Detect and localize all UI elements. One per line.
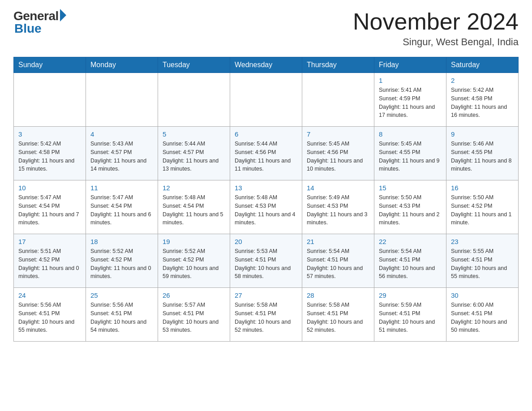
calendar-table: SundayMondayTuesdayWednesdayThursdayFrid… <box>13 57 519 342</box>
calendar-cell: 15Sunrise: 5:50 AM Sunset: 4:53 PM Dayli… <box>374 180 446 234</box>
day-number: 19 <box>163 238 225 245</box>
column-header-tuesday: Tuesday <box>158 57 230 73</box>
column-header-friday: Friday <box>374 57 446 73</box>
day-number: 21 <box>307 238 369 245</box>
day-info: Sunrise: 5:45 AM Sunset: 4:56 PM Dayligh… <box>307 140 369 173</box>
day-number: 11 <box>90 184 153 192</box>
calendar-cell: 27Sunrise: 5:58 AM Sunset: 4:51 PM Dayli… <box>230 288 302 342</box>
calendar-cell: 1Sunrise: 5:41 AM Sunset: 4:59 PM Daylig… <box>374 73 446 127</box>
day-info: Sunrise: 5:55 AM Sunset: 4:51 PM Dayligh… <box>451 247 514 281</box>
calendar-cell: 17Sunrise: 5:51 AM Sunset: 4:52 PM Dayli… <box>14 234 86 288</box>
day-number: 28 <box>307 291 369 299</box>
day-number: 23 <box>451 238 514 245</box>
day-info: Sunrise: 5:50 AM Sunset: 4:52 PM Dayligh… <box>451 193 514 227</box>
calendar-cell <box>158 73 230 127</box>
day-number: 3 <box>18 130 81 138</box>
day-info: Sunrise: 5:41 AM Sunset: 4:59 PM Dayligh… <box>379 86 442 120</box>
day-number: 4 <box>90 130 153 138</box>
day-number: 27 <box>235 291 297 299</box>
day-number: 12 <box>163 184 225 192</box>
page-header: General Blue November 2024 Singur, West … <box>13 9 519 48</box>
day-number: 22 <box>379 238 442 245</box>
calendar-cell: 23Sunrise: 5:55 AM Sunset: 4:51 PM Dayli… <box>446 234 519 288</box>
day-info: Sunrise: 5:42 AM Sunset: 4:58 PM Dayligh… <box>451 86 514 120</box>
calendar-cell: 28Sunrise: 5:58 AM Sunset: 4:51 PM Dayli… <box>302 288 374 342</box>
calendar-cell: 18Sunrise: 5:52 AM Sunset: 4:52 PM Dayli… <box>86 234 158 288</box>
day-number: 24 <box>18 291 81 299</box>
location-subtitle: Singur, West Bengal, India <box>353 36 519 48</box>
day-number: 18 <box>90 238 153 245</box>
calendar-cell: 3Sunrise: 5:42 AM Sunset: 4:58 PM Daylig… <box>14 127 86 180</box>
month-year-title: November 2024 <box>353 9 519 34</box>
day-number: 8 <box>379 130 442 138</box>
day-info: Sunrise: 5:53 AM Sunset: 4:51 PM Dayligh… <box>235 247 297 281</box>
calendar-cell: 12Sunrise: 5:48 AM Sunset: 4:54 PM Dayli… <box>158 180 230 234</box>
calendar-cell: 10Sunrise: 5:47 AM Sunset: 4:54 PM Dayli… <box>14 180 86 234</box>
logo: General Blue <box>13 9 66 36</box>
calendar-cell: 4Sunrise: 5:43 AM Sunset: 4:57 PM Daylig… <box>86 127 158 180</box>
calendar-cell: 26Sunrise: 5:57 AM Sunset: 4:51 PM Dayli… <box>158 288 230 342</box>
calendar-cell: 30Sunrise: 6:00 AM Sunset: 4:51 PM Dayli… <box>446 288 519 342</box>
day-info: Sunrise: 5:58 AM Sunset: 4:51 PM Dayligh… <box>235 301 297 334</box>
day-info: Sunrise: 5:44 AM Sunset: 4:56 PM Dayligh… <box>235 140 297 173</box>
day-number: 20 <box>235 238 297 245</box>
day-info: Sunrise: 5:56 AM Sunset: 4:51 PM Dayligh… <box>18 301 81 334</box>
column-header-sunday: Sunday <box>14 57 86 73</box>
day-number: 25 <box>90 291 153 299</box>
day-number: 7 <box>307 130 369 138</box>
calendar-cell: 22Sunrise: 5:54 AM Sunset: 4:51 PM Dayli… <box>374 234 446 288</box>
day-info: Sunrise: 5:46 AM Sunset: 4:55 PM Dayligh… <box>451 140 514 173</box>
day-number: 26 <box>163 291 225 299</box>
calendar-cell <box>14 73 86 127</box>
day-info: Sunrise: 5:54 AM Sunset: 4:51 PM Dayligh… <box>379 247 442 281</box>
calendar-cell: 11Sunrise: 5:47 AM Sunset: 4:54 PM Dayli… <box>86 180 158 234</box>
day-info: Sunrise: 5:42 AM Sunset: 4:58 PM Dayligh… <box>18 140 81 173</box>
calendar-cell <box>86 73 158 127</box>
calendar-cell: 14Sunrise: 5:49 AM Sunset: 4:53 PM Dayli… <box>302 180 374 234</box>
day-number: 29 <box>379 291 442 299</box>
calendar-cell: 25Sunrise: 5:56 AM Sunset: 4:51 PM Dayli… <box>86 288 158 342</box>
calendar-cell: 2Sunrise: 5:42 AM Sunset: 4:58 PM Daylig… <box>446 73 519 127</box>
day-number: 1 <box>379 77 442 84</box>
calendar-cell: 9Sunrise: 5:46 AM Sunset: 4:55 PM Daylig… <box>446 127 519 180</box>
calendar-cell: 16Sunrise: 5:50 AM Sunset: 4:52 PM Dayli… <box>446 180 519 234</box>
logo-blue-text: Blue <box>14 21 42 36</box>
day-info: Sunrise: 5:45 AM Sunset: 4:55 PM Dayligh… <box>379 140 442 173</box>
calendar-cell: 13Sunrise: 5:48 AM Sunset: 4:53 PM Dayli… <box>230 180 302 234</box>
column-header-saturday: Saturday <box>446 57 519 73</box>
day-number: 14 <box>307 184 369 192</box>
day-info: Sunrise: 5:47 AM Sunset: 4:54 PM Dayligh… <box>18 193 81 227</box>
day-info: Sunrise: 5:59 AM Sunset: 4:51 PM Dayligh… <box>379 301 442 334</box>
calendar-cell: 8Sunrise: 5:45 AM Sunset: 4:55 PM Daylig… <box>374 127 446 180</box>
calendar-cell: 20Sunrise: 5:53 AM Sunset: 4:51 PM Dayli… <box>230 234 302 288</box>
calendar-cell: 7Sunrise: 5:45 AM Sunset: 4:56 PM Daylig… <box>302 127 374 180</box>
calendar-cell: 6Sunrise: 5:44 AM Sunset: 4:56 PM Daylig… <box>230 127 302 180</box>
day-info: Sunrise: 5:56 AM Sunset: 4:51 PM Dayligh… <box>90 301 153 334</box>
logo-triangle-icon <box>60 9 66 21</box>
day-info: Sunrise: 6:00 AM Sunset: 4:51 PM Dayligh… <box>451 301 514 334</box>
calendar-cell <box>230 73 302 127</box>
calendar-week-row: 1Sunrise: 5:41 AM Sunset: 4:59 PM Daylig… <box>14 73 519 127</box>
day-info: Sunrise: 5:52 AM Sunset: 4:52 PM Dayligh… <box>163 247 225 281</box>
column-header-monday: Monday <box>86 57 158 73</box>
day-info: Sunrise: 5:48 AM Sunset: 4:53 PM Dayligh… <box>235 193 297 227</box>
day-info: Sunrise: 5:44 AM Sunset: 4:57 PM Dayligh… <box>163 140 225 173</box>
day-info: Sunrise: 5:58 AM Sunset: 4:51 PM Dayligh… <box>307 301 369 334</box>
day-number: 9 <box>451 130 514 138</box>
day-info: Sunrise: 5:54 AM Sunset: 4:51 PM Dayligh… <box>307 247 369 281</box>
column-header-thursday: Thursday <box>302 57 374 73</box>
calendar-week-row: 10Sunrise: 5:47 AM Sunset: 4:54 PM Dayli… <box>14 180 519 234</box>
day-info: Sunrise: 5:47 AM Sunset: 4:54 PM Dayligh… <box>90 193 153 227</box>
day-number: 16 <box>451 184 514 192</box>
calendar-cell: 24Sunrise: 5:56 AM Sunset: 4:51 PM Dayli… <box>14 288 86 342</box>
day-info: Sunrise: 5:49 AM Sunset: 4:53 PM Dayligh… <box>307 193 369 227</box>
column-header-wednesday: Wednesday <box>230 57 302 73</box>
calendar-week-row: 17Sunrise: 5:51 AM Sunset: 4:52 PM Dayli… <box>14 234 519 288</box>
day-number: 30 <box>451 291 514 299</box>
day-info: Sunrise: 5:43 AM Sunset: 4:57 PM Dayligh… <box>90 140 153 173</box>
day-info: Sunrise: 5:51 AM Sunset: 4:52 PM Dayligh… <box>18 247 81 281</box>
day-number: 10 <box>18 184 81 192</box>
calendar-cell: 29Sunrise: 5:59 AM Sunset: 4:51 PM Dayli… <box>374 288 446 342</box>
day-number: 13 <box>235 184 297 192</box>
day-number: 5 <box>163 130 225 138</box>
